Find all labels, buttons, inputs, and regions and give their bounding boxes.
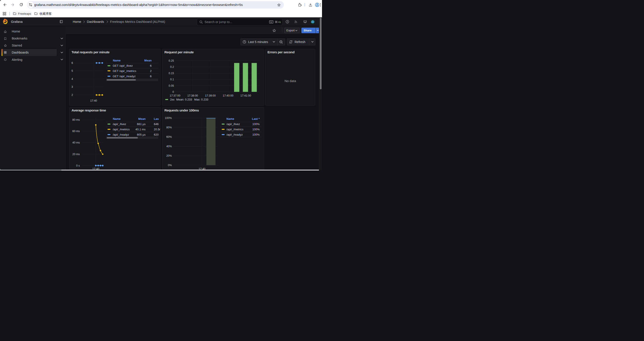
svg-text:2: 2 bbox=[72, 94, 73, 97]
svg-text:Name: Name bbox=[113, 117, 120, 120]
svg-text:4: 4 bbox=[72, 78, 73, 81]
svg-text:GET /api/_/livez: GET /api/_/livez bbox=[113, 64, 133, 67]
svg-text:Mean: Mean bbox=[138, 117, 146, 120]
svg-text:5: 5 bbox=[72, 69, 73, 72]
svg-text:17:40:00: 17:40:00 bbox=[223, 94, 234, 97]
svg-text:0.25: 0.25 bbox=[168, 59, 174, 62]
svg-text:Name: Name bbox=[113, 59, 120, 62]
svg-text:2xx: 2xx bbox=[170, 98, 175, 101]
svg-text:605 µs: 605 µs bbox=[137, 133, 146, 136]
svg-text:/api/_/livez: /api/_/livez bbox=[113, 122, 126, 126]
svg-text:17:38:00: 17:38:00 bbox=[188, 94, 198, 97]
svg-text:0.15: 0.15 bbox=[168, 72, 174, 75]
svg-text:Las: Las bbox=[154, 117, 159, 120]
svg-text:40.1 ms: 40.1 ms bbox=[136, 128, 146, 131]
svg-text:/api/_/metrics: /api/_/metrics bbox=[226, 128, 244, 131]
svg-text:2: 2 bbox=[150, 69, 152, 73]
svg-text:646: 646 bbox=[154, 122, 159, 126]
svg-text:17:40: 17:40 bbox=[90, 99, 97, 102]
svg-text:20.5: 20.5 bbox=[154, 128, 159, 131]
svg-text:Mean: 0.233: Mean: 0.233 bbox=[176, 98, 192, 101]
svg-text:/api/_/metrics: /api/_/metrics bbox=[113, 128, 130, 131]
svg-text:6: 6 bbox=[150, 64, 152, 67]
svg-text:0%: 0% bbox=[168, 164, 172, 167]
svg-text:Last *: Last * bbox=[252, 117, 260, 120]
svg-text:GET /api/_/readyz: GET /api/_/readyz bbox=[113, 75, 136, 78]
svg-text:80 ms: 80 ms bbox=[72, 118, 80, 121]
svg-text:20%: 20% bbox=[166, 154, 172, 157]
svg-text:r: r bbox=[159, 128, 160, 131]
svg-text:80%: 80% bbox=[166, 126, 172, 129]
svg-text:Name: Name bbox=[226, 117, 234, 120]
svg-text:40%: 40% bbox=[166, 145, 172, 148]
svg-text:GET /api/_/metrics: GET /api/_/metrics bbox=[113, 69, 136, 73]
svg-text:620: 620 bbox=[154, 133, 159, 136]
svg-text:17:41:00: 17:41:00 bbox=[240, 94, 251, 97]
svg-text:0: 0 bbox=[172, 90, 174, 94]
svg-text:60%: 60% bbox=[166, 135, 172, 138]
svg-text:/api/_/livez: /api/_/livez bbox=[226, 122, 240, 126]
svg-text:/api/_/readyz: /api/_/readyz bbox=[226, 133, 243, 136]
svg-text:100%: 100% bbox=[252, 128, 260, 131]
svg-text:Mean: Mean bbox=[144, 59, 152, 62]
svg-text:661 µs: 661 µs bbox=[137, 122, 146, 126]
svg-text:6: 6 bbox=[72, 62, 73, 65]
svg-text:/api/_/readyz: /api/_/readyz bbox=[113, 133, 129, 136]
svg-text:40 ms: 40 ms bbox=[72, 141, 80, 144]
svg-text:0.2: 0.2 bbox=[170, 65, 174, 69]
svg-text:100%: 100% bbox=[165, 117, 172, 120]
svg-text:17:37:00: 17:37:00 bbox=[170, 94, 180, 97]
svg-text:Max: 0.233: Max: 0.233 bbox=[194, 98, 208, 101]
svg-text:6: 6 bbox=[150, 75, 152, 78]
svg-text:100%: 100% bbox=[252, 122, 260, 126]
svg-text:0.05: 0.05 bbox=[168, 84, 174, 87]
svg-text:17:39:00: 17:39:00 bbox=[205, 94, 216, 97]
svg-text:0.1: 0.1 bbox=[170, 78, 174, 81]
svg-text:0 s: 0 s bbox=[76, 164, 80, 167]
svg-text:3: 3 bbox=[72, 85, 73, 88]
svg-text:20 ms: 20 ms bbox=[72, 153, 80, 156]
svg-text:100%: 100% bbox=[252, 133, 260, 136]
svg-text:60 ms: 60 ms bbox=[72, 130, 80, 133]
